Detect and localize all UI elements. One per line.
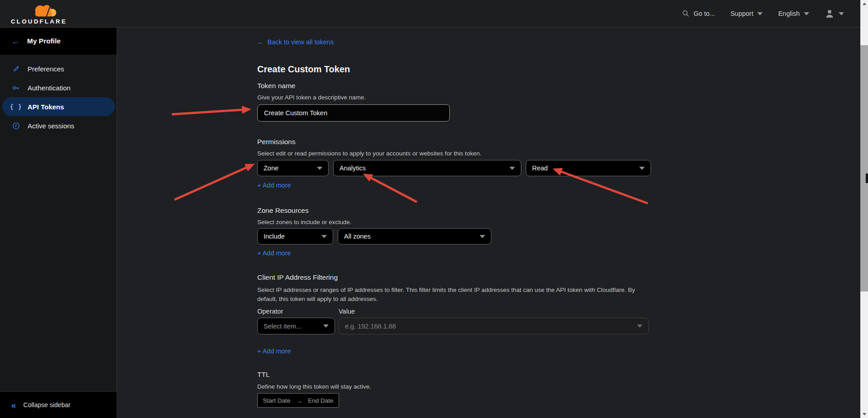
ip-filtering-column-labels: Operator Value (257, 308, 860, 315)
caret-down-icon (804, 12, 809, 15)
ip-value-placeholder: e.g. 192.168.1.88 (345, 323, 396, 330)
sidebar: ← My Profile Preferences Authentication … (0, 28, 117, 418)
ip-filtering-row: Select item... e.g. 192.168.1.88 (257, 318, 860, 334)
operator-label: Operator (257, 308, 339, 315)
zone-include-value: Include (264, 233, 285, 240)
sidebar-item-label: Preferences (28, 65, 64, 73)
ip-filtering-label: Client IP Address Filtering (257, 273, 860, 282)
account-menu[interactable] (825, 9, 844, 18)
sidebar-item-label: Authentication (28, 84, 71, 92)
sidebar-item-preferences[interactable]: Preferences (2, 59, 115, 78)
value-label: Value (339, 308, 355, 315)
permission-scope-value: Zone (264, 164, 278, 172)
goto-label: Go to... (693, 10, 715, 17)
sidebar-item-api-tokens[interactable]: { } API Tokens (2, 97, 115, 116)
caret-down-icon (509, 167, 515, 170)
ip-filtering-description: Select IP addresses or ranges of IP addr… (257, 286, 650, 304)
permission-scope-select[interactable]: Zone (257, 160, 329, 176)
sidebar-item-label: API Tokens (28, 103, 64, 111)
main-content: ← Back to view all tokens Create Custom … (118, 28, 860, 418)
permission-access-select[interactable]: Read (526, 160, 651, 176)
topbar-controls: Go to... Support English (682, 9, 844, 18)
user-icon (825, 9, 835, 18)
zone-target-value: All zones (344, 233, 371, 240)
collapse-sidebar-label: Collapse sidebar (24, 401, 71, 409)
zone-include-select[interactable]: Include (257, 228, 333, 244)
zone-resources-row: Include All zones (257, 228, 860, 244)
pencil-icon (12, 65, 20, 73)
token-name-input[interactable] (257, 104, 450, 122)
operator-select[interactable]: Select item... (257, 318, 335, 334)
language-label: English (778, 10, 800, 17)
caret-down-icon (637, 324, 642, 328)
caret-down-icon (323, 324, 329, 328)
scrollbar (860, 0, 868, 418)
scrollbar-thumb[interactable] (860, 45, 868, 291)
arrow-right-icon: → (296, 397, 302, 404)
permission-group-select[interactable]: Analytics (333, 160, 521, 176)
permissions-description: Select edit or read permissions to apply… (257, 150, 860, 157)
zone-resources-add-more-link[interactable]: + Add more (257, 249, 291, 257)
operator-placeholder: Select item... (264, 323, 302, 330)
sidebar-title: My Profile (27, 37, 61, 45)
cloudflare-cloud-icon (26, 3, 64, 18)
token-name-label: Token name (257, 82, 860, 90)
caret-down-icon (839, 12, 844, 15)
end-date-label: End Date (308, 397, 333, 404)
permission-group-value: Analytics (340, 164, 366, 172)
back-to-tokens-link[interactable]: ← Back to view all tokens (257, 38, 334, 46)
ttl-date-range-picker[interactable]: Start Date → End Date (257, 393, 339, 408)
clock-icon (12, 122, 20, 130)
caret-down-icon (757, 12, 763, 15)
topbar: CLOUDFLARE Go to... Support English (0, 0, 860, 28)
support-label: Support (731, 10, 754, 17)
permissions-row: Zone Analytics Read (257, 160, 860, 176)
back-arrow-icon[interactable]: ← (11, 37, 20, 46)
cloudflare-logo[interactable]: CLOUDFLARE (8, 3, 70, 25)
sidebar-item-label: Active sessions (28, 122, 74, 130)
language-menu[interactable]: English (778, 10, 809, 17)
ttl-description: Define how long this token will stay act… (257, 383, 860, 390)
scroll-up-arrow[interactable] (860, 0, 868, 8)
scrollbar-notch (866, 174, 868, 183)
zone-resources-description: Select zones to include or exclude. (257, 219, 860, 226)
scroll-down-arrow[interactable] (860, 410, 868, 418)
ip-filtering-add-more-link[interactable]: + Add more (257, 348, 291, 355)
caret-down-icon (639, 167, 645, 170)
zone-resources-label: Zone Resources (257, 207, 860, 215)
search-icon (682, 10, 689, 17)
double-chevron-left-icon: « (11, 401, 16, 409)
sidebar-item-active-sessions[interactable]: Active sessions (2, 116, 115, 135)
sidebar-header: ← My Profile (0, 28, 117, 55)
collapse-sidebar-button[interactable]: « Collapse sidebar (0, 391, 117, 418)
support-menu[interactable]: Support (731, 10, 763, 17)
caret-down-icon (317, 167, 322, 170)
sidebar-nav: Preferences Authentication { } API Token… (0, 55, 117, 135)
back-link-label: Back to view all tokens (268, 38, 334, 46)
key-icon (12, 84, 20, 92)
logo-wordmark: CLOUDFLARE (11, 19, 67, 25)
permissions-label: Permissions (257, 138, 860, 146)
start-date-label: Start Date (263, 397, 290, 404)
sidebar-item-authentication[interactable]: Authentication (2, 78, 115, 97)
back-arrow-icon: ← (257, 38, 264, 46)
token-name-description: Give your API token a descriptive name. (257, 94, 860, 101)
zone-target-select[interactable]: All zones (338, 228, 491, 244)
caret-down-icon (321, 235, 327, 238)
goto-search[interactable]: Go to... (682, 10, 715, 17)
ttl-label: TTL (257, 371, 860, 379)
permissions-add-more-link[interactable]: + Add more (257, 182, 291, 189)
page-title: Create Custom Token (257, 64, 860, 75)
ip-value-input[interactable]: e.g. 192.168.1.88 (339, 318, 649, 334)
permission-access-value: Read (532, 164, 548, 172)
braces-icon: { } (12, 103, 20, 111)
caret-down-icon (480, 235, 485, 238)
